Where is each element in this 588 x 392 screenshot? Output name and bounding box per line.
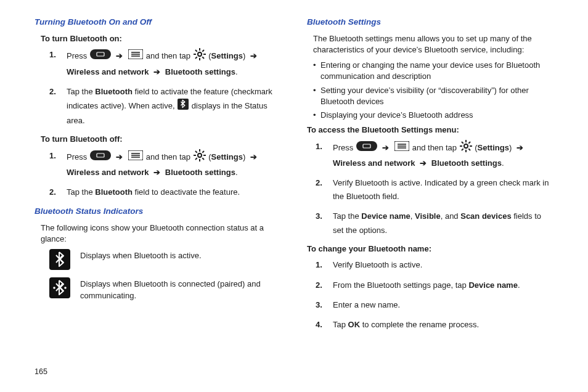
list-item: Setting your device’s visibility (or “di… [313, 85, 553, 107]
status-intro: The following icons show your Bluetooth … [41, 223, 281, 246]
home-button-icon [90, 49, 111, 63]
arrow-icon: ➔ [116, 49, 123, 63]
steps-turn-on: 1. Press ➔ and then tap (Settings) ➔ Wir… [55, 48, 281, 127]
svg-rect-8 [199, 48, 200, 51]
svg-rect-29 [202, 150, 204, 153]
arrow-icon: ➔ [250, 150, 257, 164]
svg-rect-27 [194, 155, 196, 156]
svg-rect-9 [199, 58, 200, 60]
text: , and [441, 211, 461, 221]
text: . [502, 158, 504, 168]
svg-rect-50 [461, 149, 463, 151]
text: Verify Bluetooth is active. [333, 260, 422, 269]
text: field to deactivate the feature. [133, 187, 240, 197]
text: OK [348, 320, 361, 329]
step: 3. Enter a new name. [322, 298, 553, 312]
svg-rect-49 [468, 141, 470, 144]
status-row: Displays when Bluetooth is active. [49, 249, 281, 274]
svg-rect-25 [199, 149, 200, 152]
menu-button-icon [394, 141, 409, 155]
text: Wireless and network [67, 67, 149, 76]
left-column: Turning Bluetooth On and Off To turn Blu… [35, 16, 281, 338]
menu-button-icon [128, 150, 143, 165]
step: 2. Tap the Bluetooth field to activate t… [55, 85, 281, 128]
svg-rect-14 [195, 50, 197, 52]
svg-rect-17 [90, 150, 111, 160]
heading-bt-settings: Bluetooth Settings [307, 16, 553, 28]
settings-gear-icon [194, 48, 206, 65]
text: Bluetooth settings [165, 168, 235, 177]
bluetooth-connected-icon [49, 277, 70, 302]
heading-turning-bt: Turning Bluetooth On and Off [35, 16, 281, 28]
text: and then tap [146, 51, 193, 60]
home-button-icon [90, 150, 111, 165]
label-access-settings: To access the Bluetooth Settings menu: [307, 125, 553, 136]
text: Bluetooth [95, 87, 133, 96]
steps-turn-off: 1. Press ➔ and then tap (Settings) ➔ Wir… [55, 149, 281, 199]
text: . [235, 168, 238, 177]
text: , [410, 211, 415, 221]
text: Wireless and network [67, 168, 149, 177]
list-item: Displaying your device’s Bluetooth addre… [313, 110, 553, 121]
text: Settings [478, 143, 509, 152]
text: Press [67, 152, 89, 161]
arrow-icon: ➔ [153, 65, 160, 79]
step: 3. Tap the Device name, Visible, and Sca… [322, 210, 553, 237]
step: 4. Tap OK to complete the rename process… [322, 318, 553, 332]
svg-rect-30 [195, 157, 197, 160]
arrow-icon: ➔ [517, 141, 523, 155]
label-turn-off: To turn Bluetooth off: [41, 134, 281, 145]
text: and then tap [146, 152, 193, 161]
text: From the Bluetooth settings page, tap [333, 280, 468, 290]
text: Device name [468, 280, 518, 290]
text: Device name [361, 211, 410, 221]
svg-point-35 [53, 287, 55, 289]
page-number: 165 [35, 367, 47, 376]
text: and then tap [412, 143, 459, 152]
step: 1. Verify Bluetooth is active. [322, 258, 553, 272]
text: to complete the rename process. [360, 320, 479, 329]
step: 1. Press ➔ and then tap (Settings) ➔ Wir… [322, 140, 553, 170]
step: 2. Tap the Bluetooth field to deactivate… [55, 186, 281, 199]
list-item: Entering or changing the name your devic… [313, 60, 553, 82]
status-text: Displays when Bluetooth is active. [80, 249, 281, 262]
steps-access: 1. Press ➔ and then tap (Settings) ➔ Wir… [322, 140, 553, 237]
svg-rect-12 [202, 50, 204, 52]
svg-rect-0 [90, 49, 111, 59]
text: Bluetooth settings [431, 158, 502, 168]
status-text: Displays when Bluetooth is connected (pa… [80, 277, 281, 302]
arrow-icon: ➔ [116, 150, 123, 164]
text: Scan devices [460, 211, 511, 221]
step: 2. From the Bluetooth settings page, tap… [322, 279, 553, 292]
steps-change-name: 1. Verify Bluetooth is active. 2. From t… [322, 258, 553, 331]
text: Tap the [333, 211, 361, 221]
svg-rect-13 [195, 57, 197, 59]
text: Enter a new name. [333, 300, 400, 309]
bluetooth-active-icon [49, 249, 70, 274]
heading-status-indicators: Bluetooth Status Indicators [35, 205, 281, 218]
svg-rect-26 [199, 159, 200, 161]
arrow-icon: ➔ [382, 141, 389, 155]
settings-gear-icon [460, 140, 472, 157]
menu-button-icon [128, 49, 143, 63]
text: Bluetooth settings [165, 67, 235, 76]
text: Visible [415, 211, 441, 221]
arrow-icon: ➔ [420, 157, 427, 170]
text: Tap the [67, 187, 95, 197]
svg-rect-31 [195, 150, 197, 153]
text: Verify Bluetooth is active. Indicated by… [333, 178, 549, 201]
arrow-icon: ➔ [153, 166, 160, 179]
svg-rect-47 [460, 145, 462, 147]
svg-rect-37 [356, 141, 377, 151]
svg-rect-11 [203, 54, 206, 55]
right-column: Bluetooth Settings The Bluetooth setting… [307, 16, 553, 338]
settings-bullets: Entering or changing the name your devic… [313, 60, 553, 121]
settings-gear-icon [194, 149, 206, 166]
svg-rect-51 [461, 141, 463, 144]
label-turn-on: To turn Bluetooth on: [41, 33, 281, 45]
settings-intro: The Bluetooth settings menu allows you t… [313, 33, 553, 57]
bluetooth-status-icon [178, 99, 189, 114]
arrow-icon: ➔ [250, 49, 257, 63]
text: . [518, 280, 520, 290]
svg-point-44 [465, 145, 467, 147]
